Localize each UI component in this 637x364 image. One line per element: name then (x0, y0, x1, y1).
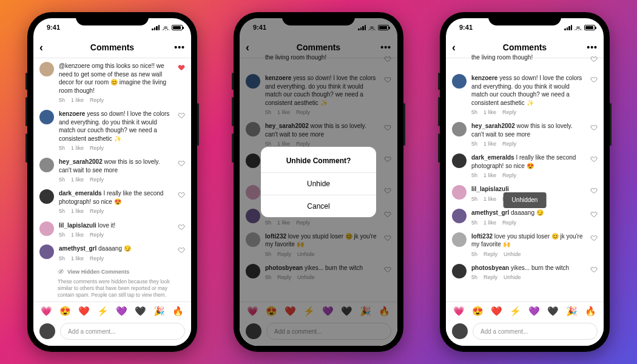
emoji-quick-pick[interactable]: 💗 (453, 306, 465, 317)
commenter-avatar[interactable] (452, 232, 467, 247)
emoji-quick-pick[interactable]: 💜 (116, 306, 127, 317)
commenter-avatar[interactable] (452, 185, 467, 200)
commenter-avatar[interactable] (39, 221, 54, 236)
comment-text: @kenzoere omg this looks so nice!! we ne… (59, 62, 173, 95)
reply-button[interactable]: Reply (90, 144, 104, 152)
emoji-quick-pick[interactable]: 🎉 (566, 306, 578, 317)
reply-button[interactable]: Reply (484, 274, 497, 281)
comment-time: 5h (59, 207, 65, 215)
comment-likes[interactable]: 1 like (71, 207, 84, 215)
like-comment-icon[interactable] (590, 55, 598, 62)
comment-input[interactable]: Add a comment... (60, 323, 185, 340)
like-comment-icon[interactable] (590, 211, 598, 218)
like-comment-icon[interactable] (178, 160, 185, 167)
emoji-quick-pick[interactable]: 🖤 (547, 306, 559, 317)
comment-likes[interactable]: 1 like (484, 172, 496, 179)
navbar: ‹ Comments ••• (33, 36, 191, 58)
reply-button[interactable]: Reply (90, 207, 104, 215)
comment-text: the living room though! (471, 53, 585, 62)
like-comment-icon[interactable] (590, 155, 598, 163)
commenter-avatar[interactable] (452, 264, 467, 278)
commenter-avatar[interactable] (39, 62, 54, 76)
comment-time: 5h (59, 255, 65, 262)
reply-button[interactable]: Reply (90, 231, 104, 238)
emoji-quick-pick[interactable]: ❤️ (491, 306, 502, 317)
reply-button[interactable]: Reply (90, 255, 104, 262)
emoji-quick-pick[interactable]: 💗 (41, 306, 52, 317)
emoji-quick-pick[interactable]: 💜 (528, 306, 540, 317)
reply-button[interactable]: Reply (484, 251, 497, 258)
like-comment-icon[interactable] (178, 223, 185, 231)
comment-likes[interactable]: 1 like (71, 176, 84, 183)
back-button[interactable]: ‹ (39, 42, 43, 53)
like-comment-icon[interactable] (590, 266, 598, 273)
cell-signal-icon (152, 25, 160, 30)
reply-button[interactable]: Reply (502, 219, 516, 226)
emoji-quick-pick[interactable]: 🖤 (135, 306, 146, 317)
comment-likes[interactable]: 1 like (484, 109, 496, 116)
unhide-link[interactable]: Unhide (504, 251, 521, 258)
comment-time: 5h (471, 109, 477, 116)
like-comment-icon[interactable] (590, 124, 598, 131)
unhide-link[interactable]: Unhide (504, 274, 521, 281)
comments-feed: the living room though! kenzoere yess so… (446, 50, 604, 302)
commenter-avatar[interactable] (452, 122, 467, 136)
comment-text: lil_lapislazuli love it! (59, 221, 173, 230)
reply-button[interactable]: Reply (90, 176, 104, 183)
comment-time: 5h (471, 274, 477, 281)
commenter-avatar[interactable] (452, 74, 467, 89)
comment-text: lofti232 love you stupid loser 😊 jk you'… (471, 232, 585, 249)
comment-composer: 💗😍❤️⚡💜🖤🎉🔥 Add a comment... (33, 302, 191, 346)
emoji-quick-row: 💗😍❤️⚡💜🖤🎉🔥 (33, 302, 191, 320)
more-button[interactable]: ••• (174, 42, 185, 52)
commenter-avatar[interactable] (452, 209, 467, 223)
comment-input[interactable]: Add a comment... (473, 323, 598, 340)
emoji-quick-pick[interactable]: 😍 (59, 306, 71, 317)
like-comment-icon[interactable] (178, 191, 185, 198)
comment-likes[interactable]: 1 like (71, 96, 84, 104)
emoji-quick-pick[interactable]: ⚡ (97, 306, 109, 317)
comment-likes[interactable]: 1 like (71, 255, 84, 262)
unhide-button[interactable]: Unhide (261, 172, 376, 195)
commenter-avatar[interactable] (452, 53, 467, 68)
current-user-avatar (452, 323, 468, 339)
reply-button[interactable]: Reply (502, 172, 516, 179)
dialog-title: Unhide Comment? (261, 147, 376, 172)
like-comment-icon[interactable] (178, 112, 185, 119)
comment-likes[interactable]: 1 like (71, 231, 84, 238)
page-title: Comments (90, 42, 134, 52)
emoji-quick-pick[interactable]: 🔥 (585, 306, 596, 317)
comment-likes[interactable]: 1 like (71, 144, 84, 152)
commenter-avatar[interactable] (39, 244, 54, 259)
emoji-quick-pick[interactable]: ❤️ (78, 306, 90, 317)
commenter-avatar[interactable] (39, 158, 54, 172)
current-user-avatar (39, 323, 55, 339)
emoji-quick-pick[interactable]: ⚡ (510, 306, 521, 317)
reply-button[interactable]: Reply (502, 140, 516, 147)
comment-row: lofti232 love you stupid loser 😊 jk you'… (446, 229, 604, 260)
like-comment-icon[interactable] (590, 234, 598, 241)
commenter-avatar[interactable] (452, 153, 467, 168)
comment-likes[interactable]: 1 like (484, 140, 496, 147)
comment-likes[interactable]: 1 like (484, 219, 496, 226)
comment-time: 5h (471, 219, 477, 226)
emoji-quick-pick[interactable]: 😍 (472, 306, 484, 317)
like-comment-icon[interactable] (178, 64, 185, 71)
comment-likes[interactable]: 1 like (484, 195, 496, 203)
emoji-quick-pick[interactable]: 🔥 (172, 306, 184, 317)
battery-icon (584, 25, 595, 30)
status-bar: 9:41 (33, 18, 191, 36)
commenter-avatar[interactable] (39, 110, 54, 124)
hidden-comments-section[interactable]: View Hidden Comments These comments were… (33, 265, 191, 302)
wifi-icon (162, 25, 169, 30)
like-comment-icon[interactable] (590, 76, 598, 83)
comment-row: kenzoere yess so down! I love the colors… (446, 70, 604, 118)
like-comment-icon[interactable] (178, 246, 185, 254)
commenter-avatar[interactable] (39, 189, 54, 204)
reply-button[interactable]: Reply (502, 109, 516, 116)
like-comment-icon[interactable] (590, 187, 598, 194)
status-bar: 9:41 (446, 18, 604, 36)
reply-button[interactable]: Reply (90, 96, 104, 104)
cancel-button[interactable]: Cancel (261, 195, 376, 217)
emoji-quick-pick[interactable]: 🎉 (153, 306, 165, 317)
